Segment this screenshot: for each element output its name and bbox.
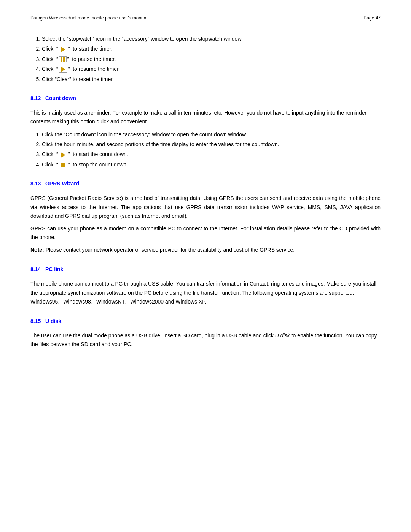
pause-icon bbox=[61, 57, 65, 62]
item-text: Click “” to stop the count down. bbox=[42, 161, 128, 168]
list-item: Click the hour, minute, and second porti… bbox=[42, 140, 381, 149]
play-icon-3 bbox=[61, 152, 65, 158]
list-item: Select the “stopwatch” icon in the “acce… bbox=[42, 35, 381, 43]
list-item: Click the “Count down” icon in the “acce… bbox=[42, 130, 381, 139]
header-title: Paragon Wireless dual mode mobile phone … bbox=[30, 15, 147, 21]
item-text: Click “” to start the timer. bbox=[42, 46, 112, 52]
play-icon bbox=[61, 47, 65, 52]
content-area: Select the “stopwatch” icon in the “acce… bbox=[30, 35, 381, 349]
stop-icon bbox=[61, 163, 65, 167]
section-8-12-list: Click the “Count down” icon in the “acce… bbox=[30, 130, 381, 169]
pause-bar-2 bbox=[63, 57, 65, 62]
section-8-13-note: Note: Please contact your network operat… bbox=[30, 246, 381, 254]
section-8-12-body1: This is mainly used as a reminder. For e… bbox=[30, 109, 381, 126]
section-8-14-body1: The mobile phone can connect to a PC thr… bbox=[30, 280, 381, 306]
item-text: Select the “stopwatch” icon in the “acce… bbox=[42, 36, 243, 42]
item-text: Click “Clear” to reset the timer. bbox=[42, 76, 114, 82]
list-item: Click “” to pause the timer. bbox=[42, 55, 381, 63]
page-container: Paragon Wireless dual mode mobile phone … bbox=[0, 0, 411, 532]
list-item: Click “” to resume the timer. bbox=[42, 65, 381, 73]
play-icon-wrapper-2 bbox=[59, 66, 67, 73]
item-text: Click the “Count down” icon in the “acce… bbox=[42, 131, 247, 137]
pause-icon-wrapper bbox=[59, 56, 67, 62]
item-text: Click the hour, minute, and second porti… bbox=[42, 141, 279, 147]
section-8-13-body1: GPRS (General Packet Radio Service) is a… bbox=[30, 194, 381, 220]
item-text: Click “” to pause the timer. bbox=[42, 56, 116, 62]
pause-bar-1 bbox=[61, 57, 62, 62]
header-page: Page 47 bbox=[363, 15, 381, 21]
section-8-14-heading: 8.14 PC link bbox=[30, 265, 381, 273]
stop-icon-wrapper bbox=[59, 162, 67, 168]
play-icon-wrapper bbox=[59, 46, 67, 53]
note-label: Note: bbox=[30, 247, 44, 253]
section-8-15-heading: 8.15 U disk. bbox=[30, 317, 381, 325]
section-8-13-heading: 8.13 GPRS Wizard bbox=[30, 179, 381, 188]
page-header: Paragon Wireless dual mode mobile phone … bbox=[30, 15, 381, 23]
item-text: Click “” to resume the timer. bbox=[42, 66, 120, 72]
section-8-12-heading: 8.12 Count down bbox=[30, 94, 381, 102]
section-8-15-italic: U disk bbox=[275, 332, 290, 339]
list-item: Click “” to start the timer. bbox=[42, 45, 381, 53]
section-8-15-body1: The user can use the dual mode phone as … bbox=[30, 332, 275, 339]
item-text: Click “” to start the count down. bbox=[42, 151, 128, 157]
play-icon-2 bbox=[61, 67, 65, 72]
note-text: Please contact your network operator or … bbox=[44, 247, 295, 253]
top-instructions-list: Select the “stopwatch” icon in the “acce… bbox=[30, 35, 381, 83]
list-item: Click “” to start the count down. bbox=[42, 150, 381, 158]
list-item: Click “Clear” to reset the timer. bbox=[42, 75, 381, 83]
section-8-15-body: The user can use the dual mode phone as … bbox=[30, 331, 381, 349]
play-icon-wrapper-3 bbox=[59, 152, 67, 158]
list-item: Click “” to stop the count down. bbox=[42, 160, 381, 169]
section-8-13-body2: GPRS can use your phone as a modem on a … bbox=[30, 224, 381, 242]
